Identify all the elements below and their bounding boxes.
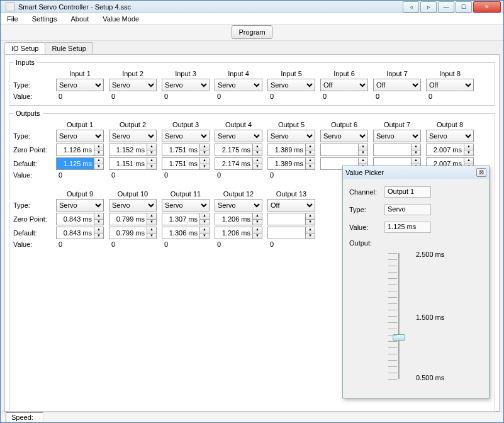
zero-point-spinner[interactable]: ▲▼ [56,144,104,156]
spin-down-icon[interactable]: ▼ [94,233,104,240]
default-spinner[interactable]: ▲▼ [109,227,157,239]
zero-point-spinner-input[interactable] [215,144,252,156]
menu-valuemode[interactable]: Value Mode [100,14,142,24]
spin-down-icon[interactable]: ▼ [199,150,210,157]
spinner-buttons[interactable]: ▲▼ [199,157,210,170]
default-spinner-input[interactable] [215,157,252,170]
zero-point-spinner-input[interactable] [109,144,147,156]
spinner-buttons[interactable]: ▲▼ [411,144,421,156]
minimize-button[interactable]: — [438,1,454,13]
spin-up-icon[interactable]: ▲ [358,144,368,150]
spin-down-icon[interactable]: ▼ [147,233,157,240]
zero-point-spinner-input[interactable] [162,144,199,156]
spinner-buttons[interactable]: ▲▼ [147,144,157,156]
output-type-select[interactable]: Servo [320,130,368,142]
zero-point-spinner-input[interactable] [320,144,358,156]
output-type-select[interactable]: Servo [56,199,104,212]
spin-down-icon[interactable]: ▼ [252,219,262,226]
spinner-buttons[interactable]: ▲▼ [94,157,104,170]
spin-down-icon[interactable]: ▼ [199,164,210,171]
spin-down-icon[interactable]: ▼ [305,219,315,226]
zero-point-spinner-input[interactable] [267,144,305,156]
output-type-select[interactable]: Servo [373,130,421,142]
input-type-select[interactable]: Servo [215,79,262,91]
spinner-buttons[interactable]: ▲▼ [94,144,104,156]
spin-up-icon[interactable]: ▲ [464,157,474,164]
default-spinner-input[interactable] [56,227,94,239]
output-type-select[interactable]: Servo [109,130,157,142]
spin-up-icon[interactable]: ▲ [464,144,474,150]
output-type-select[interactable]: Servo [162,130,210,142]
default-spinner-input[interactable] [162,227,199,239]
zero-point-spinner-input[interactable] [267,213,305,225]
spin-up-icon[interactable]: ▲ [147,213,157,219]
spin-up-icon[interactable]: ▲ [199,213,210,219]
spinner-buttons[interactable]: ▲▼ [199,213,210,225]
output-type-select[interactable]: Servo [215,199,262,212]
zero-point-spinner[interactable]: ▲▼ [215,144,262,156]
spin-up-icon[interactable]: ▲ [199,227,210,233]
spinner-buttons[interactable]: ▲▼ [94,213,104,225]
spin-down-icon[interactable]: ▼ [305,233,315,240]
spinner-buttons[interactable]: ▲▼ [305,227,315,239]
zero-point-spinner[interactable]: ▲▼ [320,144,368,156]
input-type-select[interactable]: Servo [267,79,315,91]
default-spinner-input[interactable] [56,157,94,170]
input-type-select[interactable]: Servo [56,79,104,91]
spin-up-icon[interactable]: ▲ [94,144,104,150]
default-spinner[interactable]: ▲▼ [215,227,262,239]
zero-point-spinner[interactable]: ▲▼ [56,213,104,225]
default-spinner-input[interactable] [215,227,252,239]
input-type-select[interactable]: Off [426,79,474,91]
zero-point-spinner-input[interactable] [215,213,252,225]
spin-down-icon[interactable]: ▼ [147,150,157,157]
spinner-buttons[interactable]: ▲▼ [252,157,262,170]
default-spinner-input[interactable] [162,157,199,170]
spin-up-icon[interactable]: ▲ [199,144,210,150]
spinner-buttons[interactable]: ▲▼ [305,157,315,170]
spin-up-icon[interactable]: ▲ [411,144,421,150]
spin-down-icon[interactable]: ▼ [94,219,104,226]
spin-down-icon[interactable]: ▼ [305,164,315,171]
output-type-select[interactable]: Servo [267,130,315,142]
picker-slider[interactable] [382,253,416,385]
spin-down-icon[interactable]: ▼ [199,233,210,240]
zero-point-spinner-input[interactable] [426,144,464,156]
spin-up-icon[interactable]: ▲ [252,227,262,233]
default-spinner[interactable]: ▲▼ [267,227,315,239]
spin-up-icon[interactable]: ▲ [252,157,262,164]
spin-down-icon[interactable]: ▼ [94,164,104,171]
output-type-select[interactable]: Off [267,199,315,212]
spinner-buttons[interactable]: ▲▼ [252,213,262,225]
spinner-buttons[interactable]: ▲▼ [199,144,210,156]
zero-point-spinner-input[interactable] [373,144,411,156]
default-spinner[interactable]: ▲▼ [56,157,104,170]
menu-file[interactable]: File [4,14,21,24]
zero-point-spinner-input[interactable] [56,213,94,225]
zero-point-spinner[interactable]: ▲▼ [215,213,262,225]
default-spinner[interactable]: ▲▼ [162,227,210,239]
tab-io-setup[interactable]: IO Setup [4,42,45,54]
spinner-buttons[interactable]: ▲▼ [252,144,262,156]
default-spinner[interactable]: ▲▼ [162,157,210,170]
spinner-buttons[interactable]: ▲▼ [305,213,315,225]
spin-down-icon[interactable]: ▼ [358,150,368,157]
spin-up-icon[interactable]: ▲ [199,157,210,164]
spin-up-icon[interactable]: ▲ [305,227,315,233]
spin-up-icon[interactable]: ▲ [94,227,104,233]
default-spinner-input[interactable] [109,227,147,239]
spin-up-icon[interactable]: ▲ [252,213,262,219]
value-picker-dialog[interactable]: Value Picker ☒ Channel:Output 1 Type:Ser… [342,166,490,398]
spin-down-icon[interactable]: ▼ [199,219,210,226]
spinner-buttons[interactable]: ▲▼ [464,144,474,156]
spin-up-icon[interactable]: ▲ [94,157,104,164]
spin-up-icon[interactable]: ▲ [411,157,421,164]
spinner-buttons[interactable]: ▲▼ [199,227,210,239]
input-type-select[interactable]: Off [320,79,368,91]
zero-point-spinner[interactable]: ▲▼ [267,144,315,156]
output-type-select[interactable]: Servo [426,130,474,142]
output-type-select[interactable]: Servo [109,199,157,212]
zero-point-spinner-input[interactable] [162,213,199,225]
menu-settings[interactable]: Settings [30,14,60,24]
spinner-buttons[interactable]: ▲▼ [94,227,104,239]
